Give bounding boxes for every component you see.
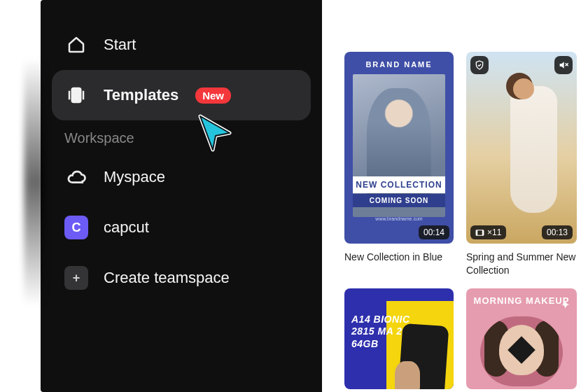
template-card[interactable]: BRAND NAME NEW COLLECTION COMING SOON ww…	[344, 52, 454, 277]
nav-start[interactable]: Start	[52, 20, 311, 70]
plus-glyph: +	[64, 266, 88, 290]
nav-label: Templates	[104, 86, 178, 104]
thumb-subhead: COMING SOON	[353, 194, 445, 207]
nav-myspace[interactable]: Myspace	[52, 152, 311, 202]
thumb-figure	[510, 86, 556, 213]
home-icon	[64, 33, 88, 57]
nav-label: Myspace	[104, 168, 165, 186]
shield-icon	[470, 56, 489, 74]
nav-label: Create teamspace	[104, 269, 230, 287]
nav-create-teamspace[interactable]: + Create teamspace	[52, 253, 311, 303]
template-card[interactable]: ×11 00:13 Spring and Summer New Collecti…	[466, 52, 577, 277]
template-card[interactable]: MORNING MAKEUP ✦	[466, 288, 577, 389]
new-badge: New	[195, 88, 231, 104]
nav-capcut[interactable]: C capcut	[52, 202, 311, 253]
template-thumbnail[interactable]: BRAND NAME NEW COLLECTION COMING SOON ww…	[344, 52, 454, 244]
cloud-icon	[64, 165, 88, 189]
template-thumbnail[interactable]: A14 BIONIC 2815 MA 20W 64GB	[344, 288, 454, 389]
duration-badge: 00:14	[419, 225, 449, 239]
nav-templates[interactable]: Templates New	[52, 70, 311, 120]
nav-label: Start	[104, 36, 136, 54]
sidebar: Start Templates New Workspace Myspace C …	[41, 0, 322, 392]
template-thumbnail[interactable]: ×11 00:13	[466, 52, 577, 244]
app-root: BRAND NAME NEW COLLECTION COMING SOON ww…	[0, 0, 588, 392]
svg-rect-5	[72, 88, 81, 102]
thumb-url: www.brandname.com	[344, 216, 454, 221]
nav-label: capcut	[104, 218, 149, 237]
templates-content: BRAND NAME NEW COLLECTION COMING SOON ww…	[322, 0, 588, 392]
sparkle-icon: ✦	[561, 298, 570, 312]
duration-badge: 00:13	[542, 225, 573, 239]
template-grid: BRAND NAME NEW COLLECTION COMING SOON ww…	[344, 52, 578, 389]
template-card[interactable]: A14 BIONIC 2815 MA 20W 64GB	[344, 288, 454, 389]
clip-count-badge: ×11	[470, 225, 506, 239]
thumb-headline: NEW COLLECTION	[353, 176, 445, 193]
plus-icon: +	[64, 266, 88, 290]
mute-icon[interactable]	[554, 56, 573, 74]
svg-rect-3	[476, 230, 477, 235]
thumb-portrait	[480, 316, 563, 386]
thumb-hand	[395, 361, 420, 389]
clip-count-text: ×11	[487, 227, 501, 237]
template-title: Spring and Summer New Collection	[466, 251, 577, 277]
brand-name-text: BRAND NAME	[344, 52, 454, 69]
svg-rect-4	[482, 230, 484, 235]
workspace-avatar: C	[64, 216, 88, 239]
template-thumbnail[interactable]: MORNING MAKEUP ✦	[466, 288, 577, 389]
thumb-figure-head	[513, 78, 534, 99]
templates-icon	[64, 83, 88, 107]
avatar-initial: C	[64, 216, 88, 239]
template-title: New Collection in Blue	[344, 251, 454, 264]
sidebar-section-label: Workspace	[52, 120, 311, 152]
